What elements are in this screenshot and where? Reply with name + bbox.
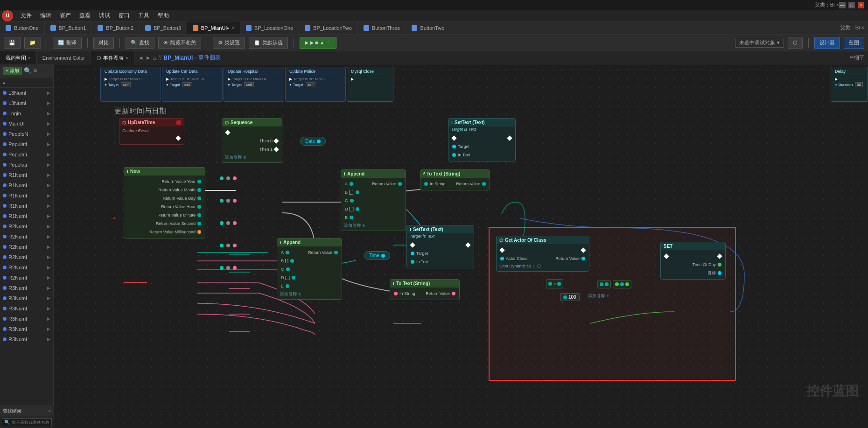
value-100-node[interactable]: 100	[560, 293, 580, 301]
node-time[interactable]: Time	[364, 251, 390, 260]
node-date[interactable]: Date	[300, 137, 326, 146]
find-results-close[interactable]: ×	[48, 408, 51, 414]
menu-window[interactable]: 窗口	[115, 11, 133, 21]
compile-button[interactable]: ▶ ▶ ■ ▲ ⋮	[300, 37, 336, 49]
tab-buttontwo[interactable]: ButtonTwo	[406, 21, 450, 35]
top-node-mysql[interactable]: Mysql Close ▶	[347, 67, 393, 102]
breadcrumb-home-btn[interactable]: ⌂	[153, 55, 156, 61]
sidebar-item-r3numl-2[interactable]: R3Numl ▶	[0, 293, 53, 303]
node-settext2[interactable]: f SetText (Text) Target is Text Target	[406, 225, 474, 268]
top-node-delay[interactable]: Delay ▶ ●Duration30	[831, 67, 868, 102]
class-defaults-button[interactable]: 📋 类默认值	[249, 37, 288, 49]
top-node-2[interactable]: Update Car Data ▶Target is BP Mian UI ●T…	[162, 67, 223, 102]
sidebar-item-r3numl-5[interactable]: R3Numl ▶	[0, 324, 53, 334]
sidebar-item-login[interactable]: Login ▶	[0, 108, 53, 119]
node-set[interactable]: SET Time Of Day 目标	[660, 242, 726, 280]
designer-button[interactable]: 设计器	[814, 37, 840, 49]
save-button[interactable]: 💾	[4, 37, 21, 49]
graph-area[interactable]: Update Economy Data ▶Target is BP Mian U…	[54, 64, 868, 428]
maximize-button[interactable]: □	[848, 2, 855, 8]
sidebar-item-mainui[interactable]: MainUI ▶	[0, 119, 53, 129]
sidebar-item-r3numl-6[interactable]: R3Numl ▶	[0, 334, 53, 344]
menu-help[interactable]: 帮助	[154, 11, 173, 21]
debug-object-selector[interactable]: 未选中调试对象 ▾	[735, 38, 784, 48]
tab-env-color[interactable]: Environment Color	[37, 51, 91, 64]
menu-file[interactable]: 文件	[17, 11, 35, 21]
tab-event-graph[interactable]: ⬡ 事件图表 ×	[91, 51, 134, 64]
node-update-datetime[interactable]: ⬡ UpDateTime Custom Event	[119, 118, 184, 145]
tab-close-bp-mianui[interactable]: ×	[231, 25, 234, 30]
browse-button[interactable]: 📁	[24, 37, 41, 49]
tab-bp-locationtwo[interactable]: BP_LocationTwo	[299, 21, 358, 35]
sidebar-item-r2numl-6[interactable]: R2Numl ▶	[0, 273, 53, 283]
blueprint-button[interactable]: 蓝图	[844, 37, 864, 49]
minimize-button[interactable]: —	[839, 2, 846, 8]
detail-label[interactable]: ✏ 细节	[846, 51, 868, 64]
sidebar-item-r2numl-3[interactable]: R2Numl ▶	[0, 242, 53, 252]
node-append1[interactable]: f Append A Return Value B [_]	[341, 169, 406, 231]
node-get-actor[interactable]: ⬡ Get Actor Of Class Actor Class Return …	[496, 236, 589, 272]
app1-add-pin[interactable]: 添加引脚 ⊕	[344, 223, 403, 229]
get-actor-browse-icon[interactable]: ⬡	[537, 264, 541, 268]
node-now[interactable]: f Now Return Value Year Return Value Mon…	[124, 167, 205, 239]
sidebar-filter-button[interactable]: ≡	[34, 67, 37, 74]
seq-add-pin[interactable]: 添加引脚 ⊕	[225, 154, 279, 161]
sidebar-item-r2numl-2[interactable]: R2Numl ▶	[0, 232, 53, 242]
sidebar-item-l3numl-2[interactable]: L3Numl ▶	[0, 98, 53, 108]
sidebar-item-r2numl-1[interactable]: R2Numl ▶	[0, 221, 53, 232]
sidebar-fold[interactable]: ▲	[0, 77, 53, 88]
calc-node-1[interactable]: ×	[546, 279, 563, 288]
sidebar-item-r1numl-4[interactable]: R1Numl ▶	[0, 201, 53, 211]
node-settext1[interactable]: f SetText (Text) Target is Text Target	[448, 118, 516, 161]
top-node-1[interactable]: Update Economy Data ▶Target is BP Mian U…	[100, 67, 161, 102]
menu-view[interactable]: 查看	[76, 11, 94, 21]
menu-tools[interactable]: 工具	[134, 11, 153, 21]
sidebar-item-r1numl-3[interactable]: R1Numl ▶	[0, 190, 53, 201]
node-append2[interactable]: f Append A Return Value B [:]	[277, 238, 342, 300]
tab-event-graph-close[interactable]: ×	[126, 56, 128, 61]
sidebar-item-populati-2[interactable]: Populati ▶	[0, 149, 53, 160]
node-sequence[interactable]: ⬡ Sequence Then 0 Then 1	[222, 118, 282, 163]
find-results-input[interactable]	[12, 420, 49, 425]
menu-debug[interactable]: 调试	[95, 11, 114, 21]
breadcrumb-forward-btn[interactable]: ►	[146, 55, 151, 61]
breadcrumb-back-btn[interactable]: ◄	[138, 55, 144, 61]
inner-conn-1[interactable]	[597, 280, 611, 288]
sidebar-item-r1numl-2[interactable]: R1Numl ▶	[0, 180, 53, 190]
sidebar-item-r3numl-4[interactable]: R3Numl ▶	[0, 314, 53, 324]
tab-buttonthree[interactable]: ButtonThree	[358, 21, 406, 35]
tab-bp-button1[interactable]: BP_Button1	[45, 21, 92, 35]
node-totext2[interactable]: f To Text (String) In String Return Valu…	[390, 279, 460, 300]
sidebar-item-r2numl-5[interactable]: R2Numl ▶	[0, 262, 53, 273]
get-actor-search-icon[interactable]: ⌕	[533, 264, 535, 268]
top-node-3[interactable]: Update Hospital ▶Target is BP Mian UI ●T…	[224, 67, 284, 102]
add-button[interactable]: + 添加	[3, 67, 22, 75]
sidebar-item-populati-1[interactable]: Populati ▶	[0, 139, 53, 149]
add-pin-inner[interactable]: 添加引脚 ⊕	[588, 293, 609, 299]
sidebar-item-populati-3[interactable]: Populati ▶	[0, 160, 53, 170]
sidebar-item-r2numl-4[interactable]: R2Numl ▶	[0, 252, 53, 262]
tab-my-blueprint-close[interactable]: ×	[28, 56, 31, 61]
sidebar-item-r1numl-5[interactable]: R1Numl ▶	[0, 211, 53, 221]
tab-bp-button3[interactable]: BP_Button3	[140, 21, 187, 35]
tab-bp-button2[interactable]: BP_Button2	[92, 21, 140, 35]
debug-extra-button[interactable]: ⬡	[788, 37, 803, 49]
menu-asset[interactable]: 资产	[56, 11, 75, 21]
top-node-4[interactable]: Update Police ▶Target is BP Mian UI ●Tar…	[285, 67, 346, 102]
class-settings-button[interactable]: ⚙ 类设置	[213, 37, 245, 49]
sidebar-search-button[interactable]: 🔍	[24, 67, 32, 74]
sidebar-item-r3numl-3[interactable]: R3Numl ▶	[0, 303, 53, 314]
close-button[interactable]: ×	[858, 2, 864, 8]
find-button[interactable]: 🔍 查找	[126, 37, 154, 49]
tab-buttonone[interactable]: ButtonOne	[0, 21, 45, 35]
sidebar-item-r3numl-1[interactable]: R3Numl ▶	[0, 283, 53, 293]
compare-button[interactable]: 对比	[93, 37, 114, 49]
sidebar-item-r1numl-1[interactable]: R1Numl ▶	[0, 170, 53, 180]
translate-button[interactable]: 🔄 翻译	[53, 37, 82, 49]
node-totext1[interactable]: f To Text (String) In String Return Valu…	[420, 169, 490, 190]
tab-bp-locationone[interactable]: BP_LocationOne	[240, 21, 299, 35]
hide-unrelated-button[interactable]: 👁 隐藏不相关	[158, 37, 201, 49]
sidebar-item-peoplen[interactable]: PeopleN ▶	[0, 129, 53, 139]
menu-edit[interactable]: 编辑	[36, 11, 55, 21]
sidebar-item-l3numl-1[interactable]: L3Numl ▶	[0, 88, 53, 98]
